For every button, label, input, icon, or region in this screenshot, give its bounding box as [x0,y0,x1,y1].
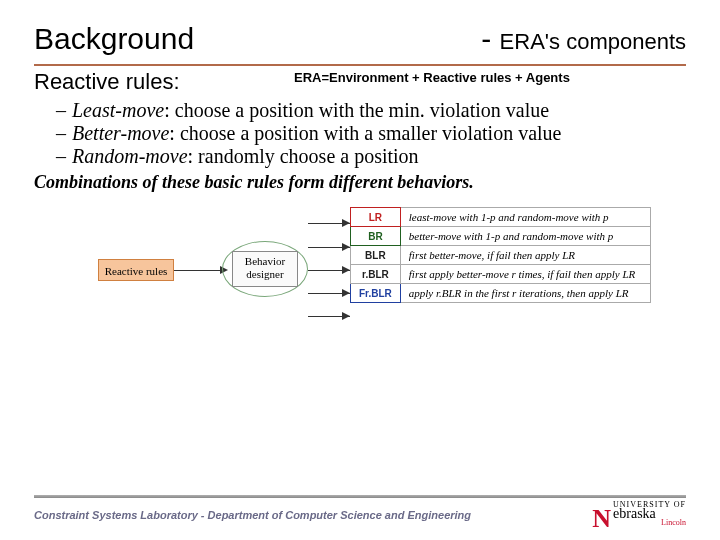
behavior-table: LRleast-move with 1-p and random-move wi… [350,207,651,303]
table-row: BLRfirst better-move, if fail then apply… [351,246,651,265]
nebraska-word: ebraska [613,509,686,518]
arrow-head-icon [342,266,350,274]
slide-header: Background - ERA's components [34,22,686,56]
behavior-tag: r.BLR [351,265,401,284]
arrow-head-icon [342,243,350,251]
behavior-tag: BR [351,227,401,246]
footer-label: Constraint Systems Laboratory - Departme… [34,509,471,521]
slide-footer: Constraint Systems Laboratory - Departme… [34,495,686,530]
nebraska-lincoln: Lincoln [613,518,686,527]
title-right: - ERA's components [481,22,686,56]
list-item: –Random-move: randomly choose a position [56,145,686,168]
list-item: –Least-move: choose a position with the … [56,99,686,122]
nebraska-n-icon: N [592,508,611,530]
behavior-tag: BLR [351,246,401,265]
arrow-line [174,270,222,271]
behavior-tag: LR [351,208,401,227]
behavior-designer-box: Behaviordesigner [232,251,298,287]
combinations-note: Combinations of these basic rules form d… [34,172,686,193]
behavior-desc: better-move with 1-p and random-move wit… [400,227,650,246]
footer-rule [34,495,686,498]
arrow-head-icon [342,219,350,227]
title-dash: - [481,22,491,55]
table-row: Fr.BLRapply r.BLR in the first r iterati… [351,284,651,303]
bullet-list: –Least-move: choose a position with the … [56,99,686,168]
title-left: Background [34,22,194,56]
arrow-head-icon [342,312,350,320]
list-item: –Better-move: choose a position with a s… [56,122,686,145]
behavior-tag: Fr.BLR [351,284,401,303]
nebraska-logo: N UNIVERSITY OF ebraska Lincoln [592,500,686,530]
behavior-desc: first better-move, if fail then apply LR [400,246,650,265]
title-subtitle: ERA's components [500,29,686,54]
arrow-head-icon [342,289,350,297]
reactive-rules-box: Reactive rules [98,259,174,281]
table-row: r.BLRfirst apply better-move r times, if… [351,265,651,284]
behavior-desc: least-move with 1-p and random-move with… [400,208,650,227]
behavior-desc: apply r.BLR in the first r iterations, t… [400,284,650,303]
table-row: LRleast-move with 1-p and random-move wi… [351,208,651,227]
behavior-desc: first apply better-move r times, if fail… [400,265,650,284]
table-row: BRbetter-move with 1-p and random-move w… [351,227,651,246]
header-rule [34,64,686,66]
